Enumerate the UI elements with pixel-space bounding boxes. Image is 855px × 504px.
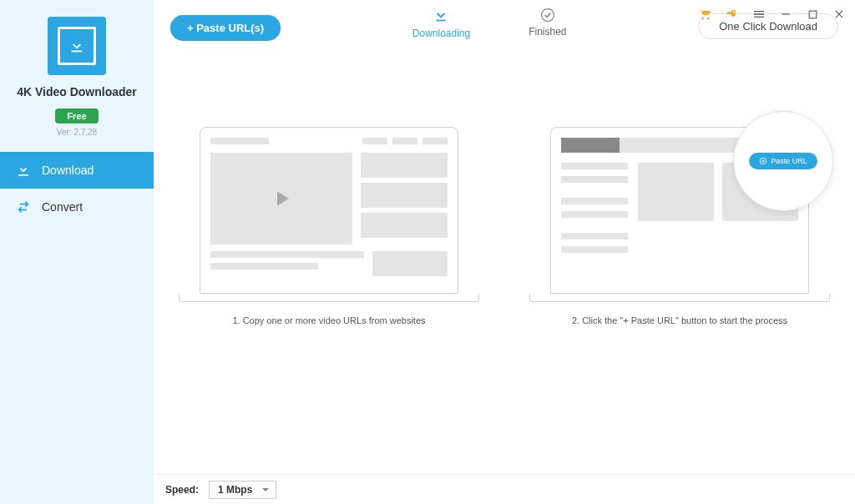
download-arrow-icon xyxy=(68,37,86,55)
svg-point-1 xyxy=(733,11,735,13)
svg-rect-4 xyxy=(437,20,446,22)
mini-paste-label: Paste URL xyxy=(771,157,807,165)
version-label: Ver: 2.7.28 xyxy=(57,128,97,137)
main: + Paste URL(s) Downloading Finished One … xyxy=(154,0,855,504)
step1-illustration xyxy=(200,127,458,294)
speed-value: 1 Mbps xyxy=(218,484,252,496)
content: 1. Copy one or more video URLs from webs… xyxy=(154,68,855,474)
speed-label: Speed: xyxy=(165,484,199,496)
play-icon xyxy=(269,186,294,211)
tab-finished[interactable]: Finished xyxy=(529,7,566,39)
minimize-icon[interactable] xyxy=(778,7,793,22)
step2-illustration: Paste URL xyxy=(550,127,809,294)
step2-caption: 2. Click the "+ Paste URL" button to sta… xyxy=(572,315,787,325)
nav-download-label: Download xyxy=(42,164,94,177)
tab-finished-label: Finished xyxy=(529,26,566,38)
tabs: Downloading Finished xyxy=(281,7,698,39)
tab-downloading[interactable]: Downloading xyxy=(412,7,470,39)
sidebar: 4K Video Downloader Free Ver: 2.7.28 Dow… xyxy=(0,0,154,504)
svg-rect-0 xyxy=(72,51,83,53)
step1-caption: 1. Copy one or more video URLs from webs… xyxy=(232,315,425,325)
step1-panel: 1. Copy one or more video URLs from webs… xyxy=(179,127,479,457)
speed-select[interactable]: 1 Mbps xyxy=(209,481,276,499)
step2-panel: Paste URL 2. Click the "+ Paste URL" but… xyxy=(529,127,830,457)
app-logo xyxy=(48,17,106,75)
menu-icon[interactable] xyxy=(751,7,766,22)
nav: Download Convert xyxy=(0,152,154,225)
footer: Speed: 1 Mbps xyxy=(154,474,855,504)
svg-rect-3 xyxy=(809,11,817,18)
app-title: 4K Video Downloader xyxy=(17,85,137,98)
nav-convert-label: Convert xyxy=(42,200,83,214)
laptop-base xyxy=(529,294,830,302)
titlebar xyxy=(698,7,847,22)
download-icon xyxy=(15,162,32,179)
finished-check-icon xyxy=(539,7,556,23)
nav-download[interactable]: Download xyxy=(0,152,154,189)
paste-url-button[interactable]: + Paste URL(s) xyxy=(170,15,281,41)
svg-point-5 xyxy=(541,9,554,22)
svg-rect-2 xyxy=(782,13,789,14)
free-badge: Free xyxy=(55,108,98,123)
cart-icon[interactable] xyxy=(698,7,713,22)
plus-icon xyxy=(759,157,767,165)
close-icon[interactable] xyxy=(832,7,847,22)
maximize-icon[interactable] xyxy=(805,7,820,22)
nav-convert[interactable]: Convert xyxy=(0,189,154,225)
magnify-circle: Paste URL xyxy=(733,111,833,211)
downloading-arrow-icon xyxy=(432,7,450,25)
mini-paste-btn: Paste URL xyxy=(749,153,817,169)
convert-icon xyxy=(15,199,32,215)
app-window: 4K Video Downloader Free Ver: 2.7.28 Dow… xyxy=(0,0,855,504)
key-icon[interactable] xyxy=(725,7,740,22)
tab-downloading-label: Downloading xyxy=(412,28,470,39)
laptop-base xyxy=(179,294,479,302)
